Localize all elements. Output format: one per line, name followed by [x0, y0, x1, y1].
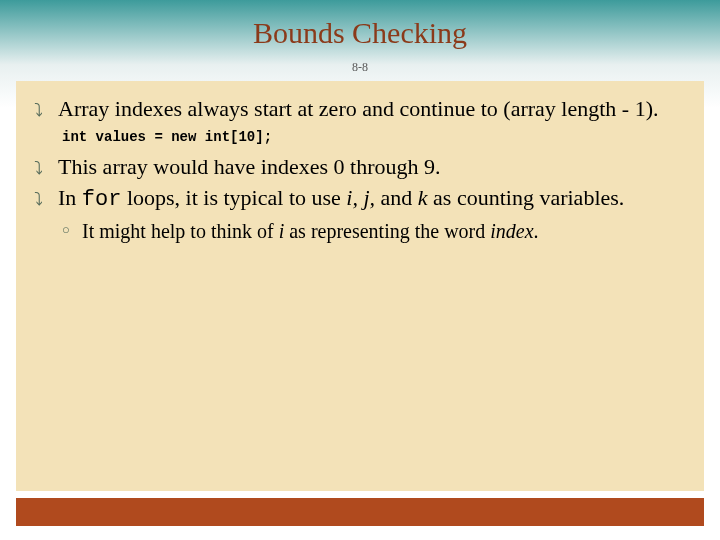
sub-bullet-item: ○ It might help to think of i as represe… [34, 218, 686, 244]
bullet-text: In [58, 185, 82, 210]
code-line: int values = new int[10]; [34, 129, 686, 145]
sub-bullet-text: . [534, 220, 539, 242]
italic-text: k [418, 185, 428, 210]
italic-text: i, j, [346, 185, 375, 210]
bullet-marker-icon: ⤵ [34, 99, 43, 122]
bullet-text: loops, it is typical to use [121, 185, 346, 210]
slide-number: 8-8 [0, 60, 720, 75]
bullet-text: Array indexes always start at zero and c… [58, 96, 659, 121]
bullet-item: ⤵ Array indexes always start at zero and… [34, 95, 686, 123]
bullet-text: This array would have indexes 0 through … [58, 154, 440, 179]
slide-title: Bounds Checking [0, 0, 720, 50]
bullet-marker-icon: ⤵ [34, 188, 43, 211]
slide: Bounds Checking 8-8 ⤵ Array indexes alwa… [0, 0, 720, 540]
bullet-text: and [375, 185, 418, 210]
bullet-text: as counting variables. [428, 185, 625, 210]
bullet-item: ⤵ In for loops, it is typical to use i, … [34, 184, 686, 214]
bullet-marker-icon: ⤵ [34, 157, 43, 180]
content-area: ⤵ Array indexes always start at zero and… [16, 81, 704, 491]
sub-bullet-text: as representing the word [284, 220, 490, 242]
italic-text: index [490, 220, 533, 242]
bullet-item: ⤵ This array would have indexes 0 throug… [34, 153, 686, 181]
inline-code: for [82, 187, 122, 212]
sub-bullet-marker-icon: ○ [62, 222, 70, 239]
sub-bullet-text: It might help to think of [82, 220, 279, 242]
footer-bar [16, 498, 704, 526]
